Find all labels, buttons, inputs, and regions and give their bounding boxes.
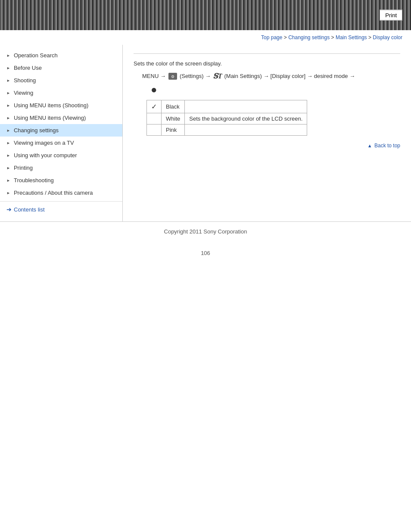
page-number: 106	[0, 241, 411, 265]
chevron-right-icon: ►	[6, 166, 10, 170]
contents-list-link[interactable]: ➔ Contents list	[6, 206, 116, 213]
sidebar-item-label: Viewing	[14, 90, 33, 96]
contents-list-row: ➔ Contents list	[0, 201, 122, 217]
sidebar-item-label: Using MENU items (Shooting)	[14, 102, 88, 109]
settings-text: (Settings) →	[180, 73, 211, 79]
content-title-line	[134, 49, 400, 54]
sidebar-item-label: Operation Search	[14, 52, 58, 59]
breadcrumb-changing-settings[interactable]: Changing settings	[288, 34, 330, 40]
footer: Copyright 2011 Sony Corporation	[0, 221, 411, 241]
breadcrumb: Top page > Changing settings > Main Sett…	[0, 30, 411, 45]
sidebar-item-precautions[interactable]: ► Precautions / About this camera	[0, 187, 122, 199]
back-to-top-link[interactable]: ▲ Back to top	[367, 143, 400, 149]
check-cell-black: ✓	[147, 100, 162, 113]
sidebar-item-using-menu-shooting[interactable]: ► Using MENU items (Shooting)	[0, 99, 122, 112]
sidebar-item-using-menu-viewing[interactable]: ► Using MENU items (Viewing)	[0, 112, 122, 124]
menu-instruction: MENU → ⚙ (Settings) → 𝕊T (Main Settings)…	[142, 72, 400, 80]
sidebar-item-using-computer[interactable]: ► Using with your computer	[0, 149, 122, 162]
chevron-right-icon: ►	[6, 53, 10, 58]
color-desc-black	[185, 100, 307, 113]
svg-text:⚙: ⚙	[171, 75, 174, 79]
print-button[interactable]: Print	[380, 10, 402, 21]
table-row: Pink	[147, 124, 307, 136]
check-cell-pink	[147, 124, 162, 136]
bullet-dot: ●	[151, 84, 400, 96]
sidebar: ► Operation Search ► Before Use ► Shooti…	[0, 45, 123, 221]
color-name-pink: Pink	[162, 124, 185, 136]
breadcrumb-top-page[interactable]: Top page	[261, 34, 282, 40]
table-row: ✓ Black	[147, 100, 307, 113]
color-name-black: Black	[162, 100, 185, 113]
sidebar-item-viewing-images-tv[interactable]: ► Viewing images on a TV	[0, 137, 122, 149]
triangle-up-icon: ▲	[367, 143, 372, 148]
chevron-right-icon: ►	[6, 128, 10, 133]
sidebar-item-label: Troubleshooting	[14, 177, 54, 184]
back-to-top: ▲ Back to top	[134, 136, 400, 153]
arrow-right-icon: ➔	[6, 206, 12, 213]
sidebar-item-label: Printing	[14, 165, 33, 171]
sidebar-item-label: Viewing images on a TV	[14, 140, 74, 146]
sidebar-item-label: Before Use	[14, 65, 42, 71]
copyright-text: Copyright 2011 Sony Corporation	[164, 228, 247, 235]
sidebar-item-operation-search[interactable]: ► Operation Search	[0, 49, 122, 62]
breadcrumb-display-color[interactable]: Display color	[373, 34, 402, 40]
header-bar: Print	[0, 0, 411, 30]
sidebar-item-label: Shooting	[14, 77, 36, 84]
chevron-right-icon: ►	[6, 66, 10, 70]
main-layout: ► Operation Search ► Before Use ► Shooti…	[0, 45, 411, 221]
table-row: White Sets the background color of the L…	[147, 113, 307, 124]
color-options-table: ✓ Black White Sets the background color …	[146, 100, 307, 136]
chevron-right-icon: ►	[6, 191, 10, 195]
color-desc-white: Sets the background color of the LCD scr…	[185, 113, 307, 124]
main-settings-text: (Main Settings) →	[224, 73, 269, 79]
chevron-right-icon: ►	[6, 153, 10, 158]
sidebar-item-troubleshooting[interactable]: ► Troubleshooting	[0, 174, 122, 187]
chevron-right-icon: ►	[6, 91, 10, 95]
sidebar-item-label: Using with your computer	[14, 152, 77, 159]
chevron-right-icon: ►	[6, 178, 10, 183]
chevron-right-icon: ►	[6, 141, 10, 145]
main-settings-icon: 𝕊T	[213, 72, 222, 80]
chevron-right-icon: ►	[6, 78, 10, 83]
menu-text: MENU →	[142, 73, 166, 79]
page-number-value: 106	[201, 250, 210, 256]
sidebar-item-label: Precautions / About this camera	[14, 190, 93, 196]
chevron-right-icon: ►	[6, 103, 10, 108]
sidebar-item-viewing[interactable]: ► Viewing	[0, 87, 122, 99]
chevron-right-icon: ►	[6, 116, 10, 120]
check-cell-white	[147, 113, 162, 124]
contents-list-label: Contents list	[14, 206, 45, 213]
sidebar-item-shooting[interactable]: ► Shooting	[0, 74, 122, 87]
settings-icon: ⚙	[168, 72, 177, 80]
sidebar-item-label: Changing settings	[14, 127, 59, 134]
description-text: Sets the color of the screen display.	[134, 60, 400, 67]
breadcrumb-main-settings[interactable]: Main Settings	[336, 34, 367, 40]
color-desc-pink	[185, 124, 307, 136]
sidebar-item-printing[interactable]: ► Printing	[0, 162, 122, 174]
desired-mode-text: desired mode →	[314, 73, 355, 79]
checkmark-icon: ✓	[151, 103, 157, 110]
display-color-text: [Display color] →	[271, 73, 313, 79]
sidebar-item-label: Using MENU items (Viewing)	[14, 115, 86, 121]
back-to-top-label: Back to top	[374, 143, 400, 149]
content-area: Sets the color of the screen display. ME…	[123, 45, 411, 221]
sidebar-item-changing-settings[interactable]: ► Changing settings	[0, 124, 122, 137]
sidebar-item-before-use[interactable]: ► Before Use	[0, 62, 122, 74]
color-name-white: White	[162, 113, 185, 124]
